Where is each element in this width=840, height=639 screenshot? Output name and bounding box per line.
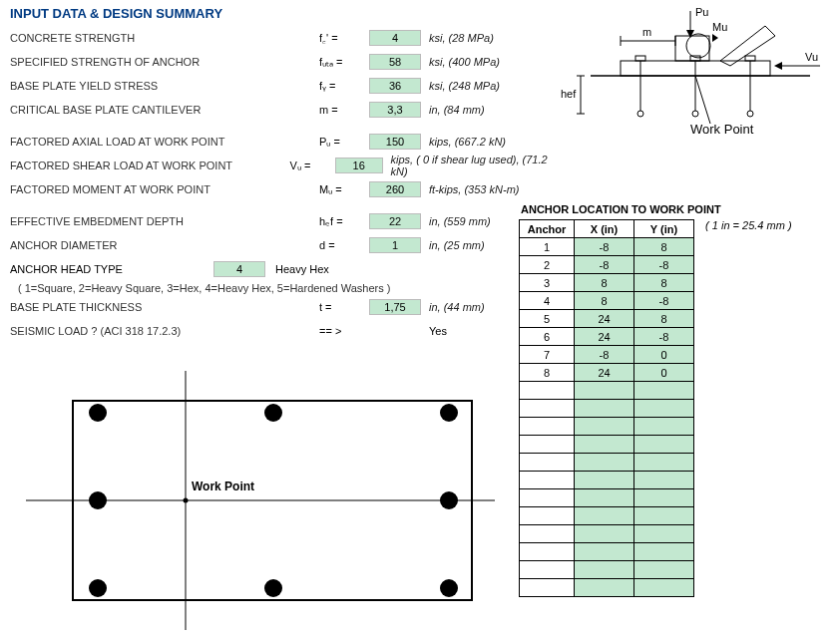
row-shear-load: FACTORED SHEAR LOAD AT WORK POINT Vᵤ = 1… xyxy=(10,155,551,176)
svg-point-9 xyxy=(747,111,753,117)
row-yield-stress: BASE PLATE YIELD STRESS fᵧ = 36 ksi, (24… xyxy=(10,75,551,97)
cell-anchor: 4 xyxy=(520,292,575,310)
symbol: hₑf = xyxy=(319,215,369,228)
row-embedment: EFFECTIVE EMBEDMENT DEPTH hₑf = 22 in, (… xyxy=(10,210,551,232)
col-anchor: Anchor xyxy=(520,220,575,238)
svg-rect-10 xyxy=(635,56,645,61)
head-type-input[interactable]: 4 xyxy=(213,261,265,277)
label: FACTORED AXIAL LOAD AT WORK POINT xyxy=(10,136,319,148)
cell-y[interactable]: -8 xyxy=(634,256,694,274)
cell-y[interactable]: 8 xyxy=(634,238,694,256)
cell-y[interactable]: -8 xyxy=(634,292,694,310)
row-seismic: SEISMIC LOAD ? (ACI 318 17.2.3) == > Yes xyxy=(10,320,551,342)
label: SPECIFIED STRENGTH OF ANCHOR xyxy=(10,56,319,68)
row-axial-load: FACTORED AXIAL LOAD AT WORK POINT Pᵤ = 1… xyxy=(10,131,551,153)
cell-x[interactable]: 24 xyxy=(575,328,634,346)
cantilever-input[interactable]: 3,3 xyxy=(369,102,421,118)
unit: in, (84 mm) xyxy=(429,104,485,116)
unit: ksi, (248 MPa) xyxy=(429,80,500,92)
row-head-type: ANCHOR HEAD TYPE 4 Heavy Hex xyxy=(10,258,551,280)
unit: ksi, (400 MPa) xyxy=(429,56,500,68)
symbol: fᵤₜₐ = xyxy=(319,56,369,69)
head-type-note: ( 1=Square, 2=Heavy Square, 3=Hex, 4=Hea… xyxy=(18,282,551,294)
svg-marker-20 xyxy=(774,62,782,70)
head-type-desc: Heavy Hex xyxy=(275,263,329,275)
thickness-input[interactable]: 1,75 xyxy=(369,299,421,315)
axial-load-input[interactable]: 150 xyxy=(369,134,421,150)
cell-x[interactable]: 24 xyxy=(575,310,634,328)
table-row: 48-8 xyxy=(520,292,694,310)
table-row: 1-88 xyxy=(520,238,694,256)
unit: in, (25 mm) xyxy=(429,239,485,251)
elevation-diagram: Pu m Mu Vu hef Work Point xyxy=(561,6,830,136)
cell-x[interactable]: 8 xyxy=(575,274,634,292)
cell-y[interactable]: -8 xyxy=(634,328,694,346)
table-row: 624-8 xyxy=(520,328,694,346)
cell-anchor: 7 xyxy=(520,346,575,351)
svg-point-7 xyxy=(692,111,698,117)
label-pu: Pu xyxy=(695,6,708,18)
symbol: t = xyxy=(319,301,369,313)
table-row: 2-8-8 xyxy=(520,256,694,274)
table-row: 5248 xyxy=(520,310,694,328)
diameter-input[interactable]: 1 xyxy=(369,237,421,253)
cell-y[interactable]: 8 xyxy=(634,310,694,328)
label-mu: Mu xyxy=(712,21,727,33)
symbol: fᵧ = xyxy=(319,80,369,93)
label: SEISMIC LOAD ? (ACI 318 17.2.3) xyxy=(10,325,319,337)
symbol: == > xyxy=(319,325,369,337)
label: FACTORED SHEAR LOAD AT WORK POINT xyxy=(10,160,290,171)
label: ANCHOR DIAMETER xyxy=(10,239,319,251)
moment-input[interactable]: 260 xyxy=(369,181,421,197)
page-title: INPUT DATA & DESIGN SUMMARY xyxy=(10,6,551,21)
table-row: 388 xyxy=(520,274,694,292)
label: ANCHOR HEAD TYPE xyxy=(10,263,210,275)
anchor-table-title: ANCHOR LOCATION TO WORK POINT xyxy=(521,203,833,215)
symbol: Pᵤ = xyxy=(319,136,369,149)
yield-stress-input[interactable]: 36 xyxy=(369,78,421,94)
row-cantilever: CRITICAL BASE PLATE CANTILEVER m = 3,3 i… xyxy=(10,99,551,121)
label: FACTORED MOMENT AT WORK POINT xyxy=(10,183,319,195)
svg-line-24 xyxy=(695,76,710,124)
svg-marker-3 xyxy=(720,26,775,66)
cell-anchor: 2 xyxy=(520,256,575,274)
unit: kips, (667.2 kN) xyxy=(429,136,506,148)
symbol: Vᵤ = xyxy=(290,160,335,172)
unit: in, (559 mm) xyxy=(429,215,491,227)
svg-point-5 xyxy=(637,111,643,117)
shear-load-input[interactable]: 16 xyxy=(335,158,383,173)
cell-x[interactable]: -8 xyxy=(575,346,634,351)
symbol: m = xyxy=(319,104,369,116)
svg-marker-18 xyxy=(712,34,718,42)
concrete-strength-input[interactable]: 4 xyxy=(369,30,421,46)
label: BASE PLATE YIELD STRESS xyxy=(10,80,319,92)
svg-rect-12 xyxy=(745,56,755,61)
row-thickness: BASE PLATE THICKNESS t = 1,75 in, (44 mm… xyxy=(10,296,551,318)
cell-anchor: 1 xyxy=(520,238,575,256)
unit: ksi, (28 MPa) xyxy=(429,32,494,44)
row-diameter: ANCHOR DIAMETER d = 1 in, (25 mm) xyxy=(10,234,551,256)
symbol: d = xyxy=(319,239,369,251)
cell-y[interactable]: 0 xyxy=(634,346,694,351)
embedment-input[interactable]: 22 xyxy=(369,213,421,229)
anchor-strength-input[interactable]: 58 xyxy=(369,54,421,70)
cell-x[interactable]: -8 xyxy=(575,238,634,256)
unit: ft-kips, (353 kN-m) xyxy=(429,183,519,195)
label-work-point: Work Point xyxy=(690,122,754,136)
anchor-table: Anchor X (in) Y (in) 1-882-8-838848-8524… xyxy=(519,219,694,350)
label: BASE PLATE THICKNESS xyxy=(10,301,319,313)
seismic-value: Yes xyxy=(429,325,447,337)
cell-x[interactable]: 8 xyxy=(575,292,634,310)
row-moment: FACTORED MOMENT AT WORK POINT Mᵤ = 260 f… xyxy=(10,178,551,200)
label-m: m xyxy=(642,26,651,38)
label: EFFECTIVE EMBEDMENT DEPTH xyxy=(10,215,319,227)
row-anchor-strength: SPECIFIED STRENGTH OF ANCHOR fᵤₜₐ = 58 k… xyxy=(10,51,551,73)
symbol: f꜀' = xyxy=(319,32,369,45)
unit: in, (44 mm) xyxy=(429,301,485,313)
cell-y[interactable]: 8 xyxy=(634,274,694,292)
scale-note: ( 1 in = 25.4 mm ) xyxy=(705,219,792,231)
col-y: Y (in) xyxy=(634,220,694,238)
label-vu: Vu xyxy=(805,51,818,63)
cell-x[interactable]: -8 xyxy=(575,256,634,274)
cell-anchor: 3 xyxy=(520,274,575,292)
